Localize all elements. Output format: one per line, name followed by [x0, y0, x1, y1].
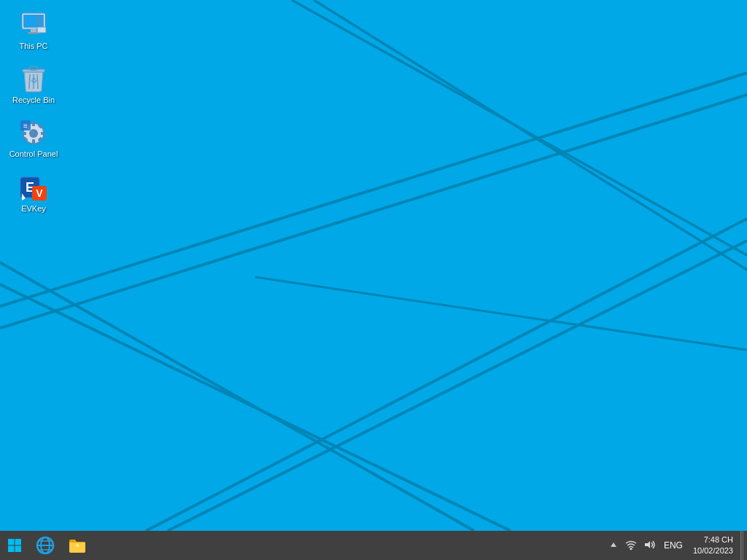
svg-rect-14: [31, 16, 35, 20]
language-label: ENG: [664, 540, 683, 551]
desktop-icon-control-panel[interactable]: ≡ Control Panel: [7, 115, 60, 162]
desktop: This PC ♻ Recyc: [0, 0, 747, 531]
windows-logo-icon: [7, 538, 22, 553]
svg-line-2: [146, 219, 747, 531]
taskbar-tray: ENG 7:48 CH 10/02/2023: [607, 531, 747, 560]
svg-rect-15: [26, 21, 30, 26]
tray-show-hidden-button[interactable]: [607, 539, 620, 553]
tray-network-icon[interactable]: [623, 538, 639, 553]
desktop-icons-container: This PC ♻ Recyc: [7, 7, 60, 217]
clock-date: 10/02/2023: [693, 545, 733, 556]
svg-line-5: [0, 262, 474, 531]
internet-explorer-icon: [35, 535, 55, 556]
svg-rect-42: [15, 539, 22, 545]
svg-rect-17: [37, 27, 46, 33]
svg-rect-29: [41, 132, 45, 135]
svg-line-8: [255, 277, 747, 350]
taskbar: ENG 7:48 CH 10/02/2023: [0, 531, 747, 560]
file-explorer-icon: [67, 535, 88, 556]
svg-text:≡: ≡: [23, 122, 28, 130]
recycle-bin-label: Recycle Bin: [12, 96, 55, 105]
control-panel-label: Control Panel: [9, 149, 58, 159]
svg-line-4: [0, 284, 511, 531]
show-desktop-button[interactable]: [740, 531, 744, 560]
network-icon: [625, 540, 637, 550]
svg-rect-22: [30, 66, 37, 70]
volume-icon: [644, 540, 656, 550]
svg-rect-27: [32, 139, 35, 144]
svg-line-6: [292, 0, 747, 255]
tray-clock[interactable]: 7:48 CH 10/02/2023: [689, 533, 738, 559]
taskbar-app-file-explorer[interactable]: [61, 531, 93, 560]
svg-line-7: [314, 0, 747, 270]
svg-rect-13: [26, 16, 30, 20]
control-panel-icon: ≡: [19, 118, 48, 147]
wallpaper-decoration: [0, 0, 747, 531]
evkey-icon: E V: [19, 173, 48, 202]
tray-volume-icon[interactable]: [642, 538, 658, 553]
svg-marker-52: [645, 541, 650, 548]
evkey-label: EVKey: [21, 204, 46, 214]
svg-rect-28: [22, 132, 26, 135]
desktop-icon-recycle-bin[interactable]: ♻ Recycle Bin: [7, 61, 60, 108]
svg-point-51: [630, 548, 632, 550]
svg-line-20: [37, 74, 38, 89]
tray-language[interactable]: ENG: [661, 539, 686, 552]
taskbar-pinned-apps: [29, 531, 93, 560]
desktop-icon-this-pc[interactable]: This PC: [7, 7, 60, 54]
svg-marker-50: [611, 542, 616, 547]
svg-rect-43: [8, 546, 15, 553]
chevron-up-icon: [609, 540, 618, 549]
this-pc-icon: [19, 10, 48, 39]
svg-point-25: [29, 129, 38, 138]
svg-line-3: [168, 241, 747, 531]
recycle-bin-icon: ♻: [19, 64, 48, 93]
svg-line-1: [0, 95, 747, 328]
taskbar-app-ie[interactable]: [29, 531, 61, 560]
start-button[interactable]: [0, 531, 29, 560]
desktop-icon-evkey[interactable]: E V EVKey: [7, 170, 60, 217]
svg-rect-16: [31, 21, 35, 26]
clock-time: 7:48 CH: [693, 534, 733, 545]
svg-line-0: [0, 73, 747, 306]
svg-rect-41: [8, 539, 15, 545]
this-pc-label: This PC: [19, 42, 47, 51]
svg-rect-26: [32, 122, 35, 126]
svg-text:V: V: [36, 187, 43, 199]
svg-rect-44: [15, 546, 22, 553]
svg-text:♻: ♻: [31, 77, 37, 85]
